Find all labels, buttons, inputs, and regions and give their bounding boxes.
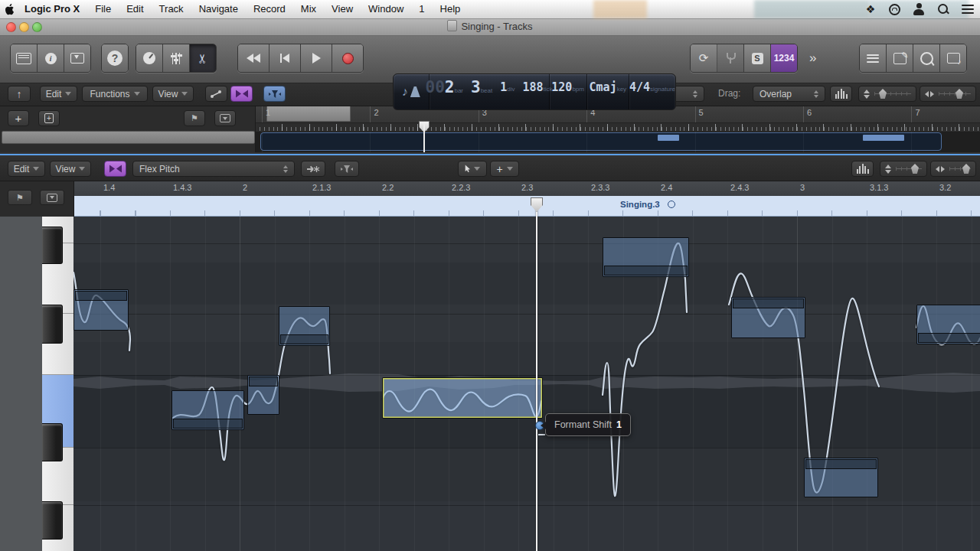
note-gain-strip[interactable]	[604, 266, 688, 276]
track-disclosure-button[interactable]	[214, 110, 236, 126]
note-gain-strip[interactable]	[918, 333, 980, 343]
audio-region-overview[interactable]	[260, 132, 942, 151]
editor-disclosure-button[interactable]	[40, 190, 64, 205]
zoom-track[interactable]	[949, 165, 971, 172]
zoom-track[interactable]	[939, 90, 971, 97]
notification-center-icon[interactable]	[962, 3, 974, 15]
horizontal-zoom-slider[interactable]	[920, 86, 976, 102]
go-to-beginning-button[interactable]	[269, 44, 300, 72]
smart-controls-button[interactable]	[136, 44, 162, 72]
track-view-menu[interactable]: View	[152, 86, 194, 102]
spotlight-search-icon[interactable]	[937, 3, 949, 15]
track-lane[interactable]	[255, 132, 980, 152]
zoom-thumb[interactable]	[911, 164, 919, 174]
flex-marker-chip[interactable]	[863, 135, 904, 141]
editor-catch-playhead-button[interactable]	[335, 161, 359, 177]
region-loop-icon[interactable]	[668, 201, 675, 208]
dropbox-icon[interactable]: ❖	[864, 3, 877, 15]
lcd-display[interactable]: ♪ 002bar 3beat 1div 188tick 120bpm Cmajk…	[393, 73, 676, 110]
note-pads-button[interactable]	[886, 44, 913, 72]
inspector-button[interactable]: i	[37, 44, 64, 72]
library-button[interactable]	[11, 44, 37, 72]
quick-help-button[interactable]: ?	[102, 44, 128, 72]
toolbar-button[interactable]	[64, 44, 90, 72]
menu-item-track[interactable]: Track	[152, 0, 191, 18]
flex-note[interactable]	[172, 390, 244, 430]
more-tools-chevron[interactable]: »	[809, 51, 816, 66]
menu-item-1[interactable]: 1	[411, 0, 432, 18]
menu-item-edit[interactable]: Edit	[119, 0, 151, 18]
editor-view-menu[interactable]: View	[50, 161, 91, 177]
apple-menu-icon[interactable]	[0, 2, 20, 16]
rewind-button[interactable]	[238, 44, 269, 72]
list-editors-button[interactable]	[860, 44, 886, 72]
menu-item-mix[interactable]: Mix	[293, 0, 324, 18]
menu-item-record[interactable]: Record	[246, 0, 293, 18]
apple-loops-button[interactable]	[913, 44, 939, 72]
add-track-button[interactable]: +	[8, 110, 29, 126]
track-header-strip[interactable]	[2, 131, 255, 144]
flex-note-selected[interactable]	[383, 378, 542, 418]
piano-black-key[interactable]	[42, 305, 63, 344]
piano-black-key[interactable]	[42, 423, 63, 461]
app-menu[interactable]: Logic Pro X	[20, 0, 87, 18]
note-gain-strip[interactable]	[173, 419, 243, 429]
editor-ruler[interactable]: 1.41.4.322.1.32.22.2.32.32.3.32.42.4.333…	[74, 181, 980, 197]
cycle-region[interactable]	[266, 106, 351, 122]
editor-waveform-zoom-button[interactable]	[851, 161, 874, 177]
lcd-signature[interactable]: 4/4signature	[629, 83, 675, 96]
user-icon[interactable]	[913, 3, 925, 15]
vertical-zoom-slider[interactable]	[858, 86, 916, 102]
midi-out-button[interactable]	[301, 161, 325, 177]
media-browser-button[interactable]	[939, 44, 966, 72]
editor-edit-menu[interactable]: Edit	[8, 161, 45, 177]
track-functions-menu[interactable]: Functions	[82, 86, 148, 102]
automation-button[interactable]	[205, 86, 227, 102]
track-edit-menu[interactable]: Edit	[40, 86, 77, 102]
zoom-track[interactable]	[896, 165, 922, 172]
lcd-mode-section[interactable]: ♪	[394, 74, 430, 109]
creative-cloud-icon[interactable]	[889, 4, 900, 15]
show-flex-button[interactable]	[230, 86, 253, 102]
note-gain-strip[interactable]	[280, 334, 328, 344]
hide-editor-button[interactable]: ↑	[8, 86, 31, 102]
pitch-curve[interactable]	[603, 243, 687, 496]
flex-note[interactable]	[247, 375, 279, 415]
piano-keyboard[interactable]	[42, 217, 74, 551]
editor-flex-button[interactable]	[104, 161, 126, 177]
cycle-button[interactable]: ⟳	[691, 44, 717, 72]
drag-dropdown[interactable]: Overlap	[753, 86, 825, 102]
lcd-tempo[interactable]: 120bpm	[551, 83, 584, 96]
editor-pointer-tool-menu[interactable]	[458, 161, 487, 177]
flex-note[interactable]	[603, 237, 689, 277]
editor-command-click-tool-menu[interactable]: +	[490, 161, 519, 177]
flex-note[interactable]	[804, 458, 878, 497]
note-gain-strip[interactable]	[733, 298, 804, 308]
track-flag-button[interactable]: ⚑	[184, 110, 205, 126]
menu-item-view[interactable]: View	[324, 0, 361, 18]
flex-pitch-grid[interactable]	[74, 217, 980, 551]
flex-note[interactable]	[279, 306, 330, 346]
note-gain-strip[interactable]	[75, 291, 127, 301]
menu-item-file[interactable]: File	[87, 0, 119, 18]
tuner-button[interactable]	[717, 44, 743, 72]
play-button[interactable]	[300, 44, 332, 72]
editor-flag-button[interactable]: ⚑	[8, 190, 32, 205]
editor-horizontal-zoom-slider[interactable]	[930, 161, 976, 177]
window-split-divider[interactable]	[0, 152, 980, 158]
zoom-track[interactable]	[874, 90, 911, 97]
region-name[interactable]: Singing.3	[620, 200, 660, 209]
flex-note[interactable]	[74, 289, 129, 331]
menu-item-navigate[interactable]: Navigate	[191, 0, 246, 18]
duplicate-track-button[interactable]: +	[38, 110, 60, 126]
count-in-button[interactable]: 1234	[770, 44, 797, 72]
note-gain-strip[interactable]	[249, 377, 278, 386]
region-header-strip[interactable]: Singing.3	[74, 196, 980, 217]
flex-note[interactable]	[731, 297, 805, 338]
menu-item-window[interactable]: Window	[361, 0, 411, 18]
record-button[interactable]	[332, 44, 363, 72]
lcd-key[interactable]: Cmajkey	[590, 83, 627, 96]
zoom-thumb[interactable]	[879, 89, 887, 99]
catch-playhead-button[interactable]	[263, 86, 286, 102]
flex-marker-chip[interactable]	[658, 135, 679, 141]
